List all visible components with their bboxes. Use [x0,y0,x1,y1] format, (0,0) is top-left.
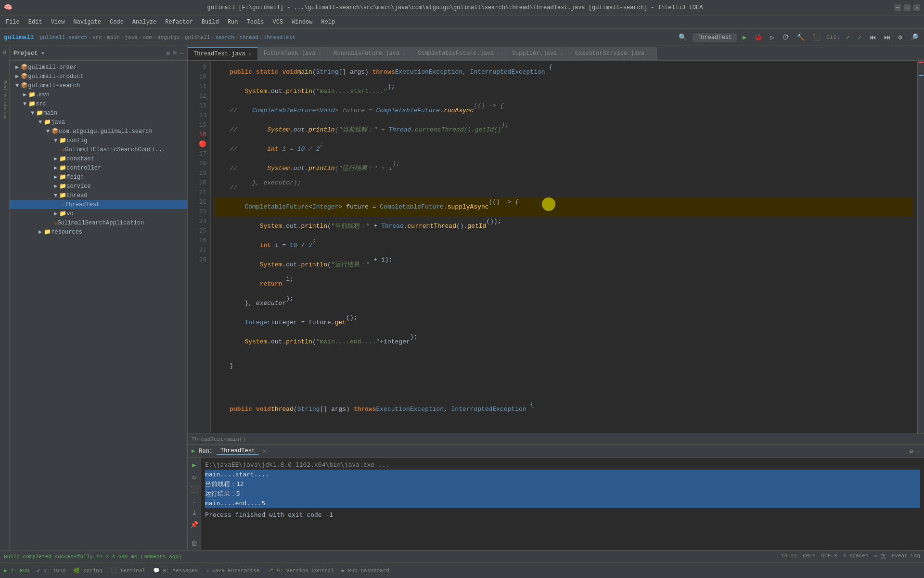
tab-supplier[interactable]: Supplier.java ✕ [506,47,569,60]
taskbar-spring[interactable]: 🌿 Spring [73,567,102,574]
tree-item-config[interactable]: ▼ 📁 config [10,136,187,145]
run-stop-icon[interactable]: ⬛ [189,484,199,494]
bc-com[interactable]: com [143,35,153,40]
bc-src[interactable]: src [92,35,102,40]
bc-search[interactable]: gulimall-search [39,35,87,40]
menu-help[interactable]: Help [317,17,339,27]
menu-code[interactable]: Code [106,17,128,27]
menu-build[interactable]: Build [198,17,223,27]
settings-run-icon[interactable]: ⚙ [910,447,913,455]
taskbar-messages[interactable]: 💬 0: Messages [153,567,198,574]
tree-item-thread[interactable]: ▼ 📁 thread [10,191,187,200]
search2-icon[interactable]: 🔎 [908,32,920,42]
tab-completablefuture[interactable]: CompletableFuture.java ✕ [412,47,506,60]
tree-item-resources[interactable]: ▶ 📁 resources [10,227,187,236]
menu-file[interactable]: File [2,17,24,27]
tab-threadtest[interactable]: ThreadTest.java ✕ [188,47,258,60]
minimize-run-icon[interactable]: — [916,447,920,455]
tree-item-app[interactable]: ☕ GulimallSearchApplication [10,218,187,227]
run-tab-threadtest[interactable]: ThreadTest [217,447,259,455]
event-log[interactable]: Event Log [892,553,920,560]
search-icon[interactable]: 🔍 [677,32,689,42]
tab-futuretask[interactable]: FutureTask.java ✕ [258,47,328,60]
run-button[interactable]: ▶ [741,32,748,42]
minimize-button[interactable]: — [894,4,901,11]
run-clear-icon[interactable]: 🗑 [190,539,199,548]
taskbar-terminal[interactable]: ⬛ Terminal [110,567,145,574]
tree-item-main[interactable]: ▼ 📁 main [10,108,187,118]
bc-java[interactable]: java [125,35,138,40]
git-check-icon[interactable]: ✓ [844,32,852,42]
run-rerun-icon[interactable]: ↻ [191,472,197,482]
encoding[interactable]: UTF-8 [821,553,837,560]
tab-runnablefuture[interactable]: RunnableFuture.java ✕ [328,47,411,60]
tree-item-constant[interactable]: ▶ 📁 constant [10,154,187,163]
sidebar-close-icon[interactable]: — [180,50,183,57]
realvalidation-icon[interactable]: Real Validation [1,79,8,121]
taskbar-run[interactable]: ▶ 4: Run [4,567,29,574]
menu-analyze[interactable]: Analyze [128,17,160,27]
taskbar-version-control[interactable]: ⎇ 9: Version Control [267,567,334,574]
sidebar-collapse-icon[interactable]: ≡ [173,50,177,57]
bc-gulimall[interactable]: gulimall [185,35,210,40]
tab-executorservice[interactable]: ExecutorService.java ✕ [569,47,657,60]
tree-item-product[interactable]: ▶ 📦 gulimall-product [10,72,187,81]
tree-item-feign[interactable]: ▶ 📁 feign [10,172,187,182]
tree-item-com[interactable]: ▼ 📦 com.atguigu.gulimall.search [10,127,187,136]
code-content[interactable]: public static void main(String[] args) t… [211,61,917,434]
taskbar-run-dashboard[interactable]: ▶ Run Dashboard [342,567,389,574]
tree-item-threadtest[interactable]: ☕ ThreadTest [10,200,187,209]
menu-refactor[interactable]: Refactor [161,17,197,27]
menu-view[interactable]: View [47,17,69,27]
git-forward-icon[interactable]: ⏭ [882,33,893,42]
tree-item-esconfig[interactable]: ☕ GulimallElasticSearchConfi... [10,145,187,154]
profile-button[interactable]: ⏱ [780,33,791,42]
tab-executorservice-close[interactable]: ✕ [647,51,651,57]
tab-supplier-close[interactable]: ✕ [560,51,563,57]
maximize-button[interactable]: ☐ [904,4,911,11]
settings-icon[interactable]: ⚙ [897,32,904,42]
tree-item-mvn[interactable]: ▶ 📁 .mvn [10,90,187,99]
indent[interactable]: 4 spaces [843,553,869,560]
tree-item-order[interactable]: ▶ 📦 gulimall-order [10,63,187,72]
sidebar-settings-icon[interactable]: ⚙ [167,50,170,57]
stop-button[interactable]: ⬛ [810,32,822,42]
tree-item-vo[interactable]: ▶ 📁 vo [10,209,187,218]
git-history-icon[interactable]: ⏮ [868,33,878,42]
tree-item-controller[interactable]: ▶ 📁 controller [10,163,187,172]
bc-threadtest[interactable]: ThreadTest [264,35,295,40]
bc-main[interactable]: main [107,35,119,40]
tab-threadtest-close[interactable]: ✕ [248,51,252,57]
run-scroll-end-icon[interactable]: ⤓ [191,508,198,518]
tree-item-java[interactable]: ▼ 📁 java [10,118,187,127]
run-pin-icon[interactable]: 📌 [189,520,199,530]
ime-indicator[interactable]: ⌨ 英 [874,553,886,560]
run-resume-icon[interactable]: ↓ [191,496,197,506]
tree-item-search[interactable]: ▼ 📦 gulimall-search [10,81,187,90]
build-button[interactable]: 🔨 [795,32,807,42]
taskbar-todo[interactable]: ✔ 6: TODO [37,567,65,574]
hierarchy-icon[interactable]: H [2,48,7,57]
tree-item-src[interactable]: ▼ 📁 src [10,99,187,108]
position-indicator[interactable]: 16:27 [781,553,797,560]
run-config-selector[interactable]: ThreadTest [693,33,737,42]
tab-runnablefuture-close[interactable]: ✕ [402,51,406,57]
menu-window[interactable]: Window [288,17,316,27]
menu-edit[interactable]: Edit [25,17,46,27]
line-ending[interactable]: CRLF [803,553,815,560]
tab-futuretask-close[interactable]: ✕ [319,51,322,57]
menu-tools[interactable]: Tools [243,17,268,27]
tree-item-service[interactable]: ▶ 📁 service [10,182,187,191]
run-tab-close[interactable]: ✕ [263,448,266,454]
bc-search2[interactable]: search [215,35,234,40]
bc-thread[interactable]: thread [239,35,258,40]
bc-atguigu[interactable]: atguigu [157,35,180,40]
debug-button[interactable]: 🐞 [752,32,764,42]
git-check2-icon[interactable]: ✓ [856,32,863,42]
run-play-icon[interactable]: ▶ [191,460,197,470]
menu-navigate[interactable]: Navigate [69,17,105,27]
run-coverage-button[interactable]: ▷ [768,32,776,42]
close-button[interactable]: ✕ [913,4,920,11]
taskbar-java-enterprise[interactable]: ☕ Java Enterprise [205,567,259,574]
menu-run[interactable]: Run [224,17,242,27]
